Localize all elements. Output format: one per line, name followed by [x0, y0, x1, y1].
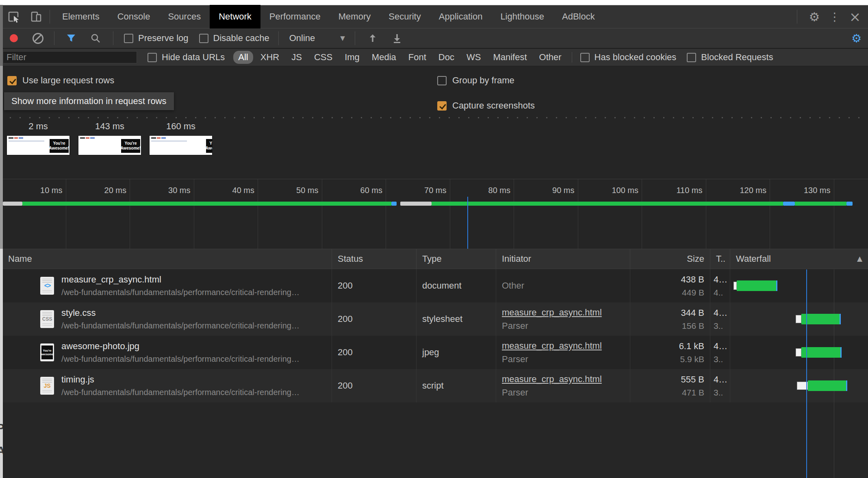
status-code: 200 — [338, 314, 416, 324]
initiator: Other — [502, 280, 630, 291]
type-filter-js[interactable]: JS — [286, 51, 307, 64]
close-icon[interactable]: × — [844, 9, 866, 25]
import-har-icon[interactable] — [366, 31, 380, 45]
request-path: /web-fundamentals/fundamentals/performan… — [61, 388, 299, 397]
overview-tick-label: 40 ms — [232, 186, 254, 195]
use-large-request-rows-checkbox[interactable] — [7, 76, 17, 85]
thumb-paragraph-line — [9, 141, 44, 141]
overview-tick-label: 10 ms — [40, 186, 62, 195]
settings-gear-icon[interactable]: ⚙ — [803, 10, 826, 24]
column-header-initiator[interactable]: Initiator — [496, 249, 630, 269]
overview-tick-label: 130 ms — [804, 186, 831, 195]
tab-network[interactable]: Network — [210, 5, 260, 28]
column-header-size[interactable]: Size — [630, 249, 710, 269]
type-filter-ws[interactable]: WS — [462, 51, 486, 64]
type-filter-manifest[interactable]: Manifest — [488, 51, 532, 64]
type-filter-font[interactable]: Font — [404, 51, 431, 64]
device-toolbar-icon[interactable] — [29, 10, 43, 24]
network-overview[interactable]: 10 ms20 ms30 ms40 ms50 ms60 ms70 ms80 ms… — [0, 179, 868, 249]
table-header: Name Status Type Initiator Size T.. Wate… — [0, 249, 868, 269]
group-by-frame-checkbox[interactable] — [437, 76, 447, 85]
blocked-requests-checkbox[interactable] — [687, 53, 696, 62]
inspect-element-icon[interactable] — [7, 10, 20, 24]
tab-lighthouse[interactable]: Lighthouse — [491, 5, 553, 28]
preserve-log-checkbox[interactable] — [124, 34, 133, 43]
has-blocked-cookies-checkbox[interactable] — [580, 53, 590, 62]
tab-sources[interactable]: Sources — [159, 5, 210, 28]
type-filter-img[interactable]: Img — [340, 51, 365, 64]
total-time: 4… — [714, 374, 730, 385]
tab-memory[interactable]: Memory — [330, 5, 380, 28]
transferred-size: 555 B — [681, 374, 705, 385]
type-filter-all[interactable]: All — [233, 51, 253, 64]
request-path: /web-fundamentals/fundamentals/performan… — [61, 354, 299, 364]
latency: 3.. — [714, 354, 730, 364]
initiator[interactable]: measure_crp_async.html — [502, 374, 630, 385]
frame-timestamp: 2 ms — [7, 121, 69, 132]
disable-cache-checkbox[interactable] — [199, 34, 208, 43]
tab-adblock[interactable]: AdBlock — [553, 5, 604, 28]
waterfall-gridline — [834, 269, 834, 478]
more-options-icon[interactable]: ⋮ — [826, 10, 844, 24]
network-settings-gear-icon[interactable]: ⚙ — [851, 32, 861, 45]
cell-name: CSS style.css /web-fundamentals/fundamen… — [0, 302, 332, 336]
throttling-select[interactable]: Online ▼ — [289, 33, 345, 43]
tab-elements[interactable]: Elements — [53, 5, 108, 28]
cell-waterfall — [730, 369, 868, 402]
column-header-time[interactable]: T.. — [710, 249, 730, 269]
request-type: script — [422, 380, 496, 391]
filmstrip-frame[interactable]: 2 ms You'reAwesome! — [7, 120, 69, 155]
record-network-log-button[interactable] — [10, 34, 18, 42]
column-header-name[interactable]: Name — [0, 249, 332, 269]
cell-type: document — [417, 269, 496, 302]
cell-name: <> measure_crp_async.html /web-fundament… — [0, 269, 332, 302]
overview-bar-segment — [391, 202, 397, 206]
has-blocked-cookies-option: Has blocked cookies — [580, 52, 677, 63]
type-filter-xhr[interactable]: XHR — [256, 51, 284, 64]
transferred-size: 344 B — [681, 308, 705, 318]
clear-network-log-icon[interactable] — [33, 33, 43, 44]
tab-security[interactable]: Security — [380, 5, 430, 28]
column-header-waterfall[interactable]: Waterfall ▲ — [730, 249, 868, 269]
overview-tick: 10 ms — [2, 179, 66, 249]
initiator[interactable]: measure_crp_async.html — [502, 307, 630, 318]
filter-input[interactable] — [3, 51, 137, 63]
hide-data-urls-checkbox[interactable] — [148, 53, 157, 62]
cell-status: 200 — [332, 269, 417, 302]
filmstrip-frame[interactable]: 143 ms You'reAwesome! — [78, 120, 141, 155]
type-filter-css[interactable]: CSS — [309, 51, 337, 64]
tab-console[interactable]: Console — [108, 5, 159, 28]
request-row[interactable]: <> measure_crp_async.html /web-fundament… — [0, 269, 868, 302]
network-toolbar: Preserve log Disable cache Online ▼ ⚙ — [0, 28, 868, 49]
initiator-sub: Parser — [502, 387, 630, 398]
filter-funnel-icon[interactable] — [64, 31, 78, 45]
page-text-fragment: P — [0, 421, 3, 435]
filmstrip-frame[interactable]: 160 ms You'reAwesome! — [150, 120, 212, 155]
request-row[interactable]: JS timing.js /web-fundamentals/fundament… — [0, 369, 868, 402]
hide-data-urls-option: Hide data URLs — [148, 52, 225, 63]
capture-screenshots-checkbox[interactable] — [437, 101, 447, 111]
network-filterbar: Hide data URLs AllXHRJSCSSImgMediaFontDo… — [0, 49, 868, 66]
page-edge-segment — [0, 66, 3, 249]
type-filter-doc[interactable]: Doc — [434, 51, 459, 64]
type-filter-other[interactable]: Other — [534, 51, 566, 64]
column-header-status[interactable]: Status — [332, 249, 417, 269]
column-header-type[interactable]: Type — [417, 249, 496, 269]
thumb-topbar — [80, 137, 95, 139]
status-code: 200 — [338, 280, 416, 291]
overview-tick-label: 110 ms — [676, 186, 702, 195]
type-filter-media[interactable]: Media — [367, 51, 401, 64]
group-by-frame-option: Group by frame — [437, 75, 514, 86]
tab-application[interactable]: Application — [430, 5, 492, 28]
cell-time: 4… 3.. — [710, 369, 730, 402]
export-har-icon[interactable] — [390, 31, 404, 45]
tab-performance[interactable]: Performance — [260, 5, 330, 28]
request-row[interactable]: CSS style.css /web-fundamentals/fundamen… — [0, 302, 868, 336]
initiator[interactable]: measure_crp_async.html — [502, 341, 630, 351]
overview-tick: 40 ms — [194, 179, 258, 249]
search-icon[interactable] — [89, 31, 102, 45]
sort-ascending-icon: ▲ — [857, 254, 862, 263]
requests-table: Name Status Type Initiator Size T.. Wate… — [0, 249, 868, 478]
cell-waterfall — [730, 269, 868, 302]
request-row[interactable]: You'reAwesome! awesome-photo.jpg /web-fu… — [0, 336, 868, 369]
